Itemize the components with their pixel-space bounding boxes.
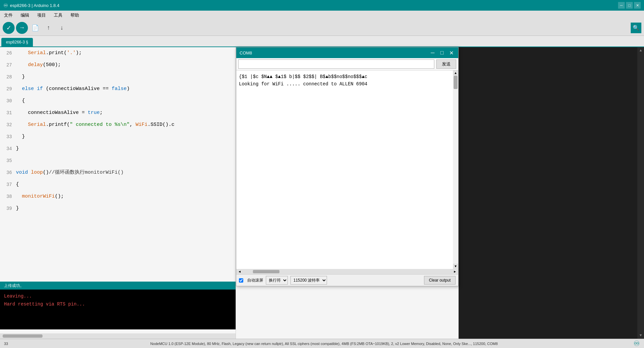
code-line-26: 26 Serial.print('.');	[0, 47, 236, 59]
close-button[interactable]: ✕	[634, 2, 641, 9]
serial-vscrollbar[interactable]: ▲ ▼	[453, 70, 458, 269]
verify-button[interactable]: ✓	[3, 22, 15, 34]
tab-esp8266[interactable]: esp8266-3 §	[1, 38, 33, 46]
code-line-37: 37 {	[0, 179, 236, 191]
autoscroll-label: 自动滚屏	[247, 278, 263, 283]
line-col-indicator: 33	[4, 342, 8, 346]
open-button[interactable]: ↑	[43, 22, 54, 34]
serial-titlebar-controls: ─ □ ✕	[429, 49, 455, 56]
title-bar: ♾ esp8266-3 | Arduino 1.8.4 ─ □ ✕	[0, 0, 644, 11]
serial-output-line-2: Looking for WiFi ..... connected to ALLE…	[239, 80, 450, 88]
serial-monitor-window: COM8 ─ □ ✕ 发送 {$1 |$c $N▲▲ $▲1$ b|$$ $2$…	[236, 47, 459, 286]
main-vscroll-up-arrow[interactable]: ▲	[637, 47, 644, 54]
code-hscrollbar[interactable]	[0, 333, 236, 339]
serial-hscroll-track	[243, 270, 452, 273]
board-info: NodeMCU 1.0 (ESP-12E Module), 80 MHz, Fl…	[15, 342, 633, 346]
serial-output: {$1 |$c $N▲▲ $▲1$ b|$$ $2$$| B$▲b$$no$$n…	[236, 70, 453, 269]
serial-hscroll-thumb[interactable]	[253, 270, 279, 273]
serial-title: COM8	[240, 50, 252, 55]
serial-input-bar: 发送	[236, 58, 458, 70]
code-line-33: 33 }	[0, 131, 236, 143]
menu-project[interactable]: 项目	[36, 12, 47, 19]
code-editor: 26 Serial.print('.'); 27 delay(500); 28 …	[0, 47, 236, 339]
hscroll-thumb[interactable]	[3, 334, 43, 338]
baud-select[interactable]: 115200 波特率	[290, 276, 327, 285]
code-line-28: 28 }	[0, 71, 236, 83]
app-title: esp8266-3 | Arduino 1.8.4	[10, 3, 59, 8]
toolbar: ✓ → 📄 ↑ ↓ 🔍	[0, 20, 644, 36]
console-line-2: Hard resetting via RTS pin...	[4, 300, 232, 308]
serial-hscroll-left[interactable]: ◀	[236, 269, 243, 274]
code-line-31: 31 connectioWasAlive = true;	[0, 107, 236, 119]
serial-body: {$1 |$c $N▲▲ $▲1$ b|$$ $2$$| B$▲b$$no$$n…	[236, 70, 458, 269]
maximize-button[interactable]: □	[626, 2, 633, 9]
status-bar: 33 NodeMCU 1.0 (ESP-12E Module), 80 MHz,…	[0, 339, 644, 348]
menu-tools[interactable]: 工具	[53, 12, 64, 19]
menu-edit[interactable]: 编辑	[19, 12, 31, 19]
serial-bottom-bar: 自动滚屏 换行符 115200 波特率 Clear output	[236, 274, 458, 286]
serial-hscroll-right[interactable]: ▶	[452, 269, 458, 274]
app-icon: ♾	[3, 2, 8, 9]
title-bar-controls: ─ □ ✕	[618, 2, 641, 9]
menu-file[interactable]: 文件	[3, 12, 14, 19]
clear-output-button[interactable]: Clear output	[424, 276, 456, 285]
minimize-button[interactable]: ─	[618, 2, 625, 9]
serial-output-line-1: {$1 |$c $N▲▲ $▲1$ b|$$ $2$$| B$▲b$$no$$n…	[239, 73, 450, 80]
upload-button[interactable]: →	[16, 22, 28, 34]
code-line-32: 32 Serial.printf(" connected to %s\n", W…	[0, 119, 236, 131]
console-line-1: Leaving...	[4, 292, 232, 300]
new-button[interactable]: 📄	[29, 22, 41, 34]
menu-help[interactable]: 帮助	[69, 12, 80, 19]
main-right-vscrollbar[interactable]: ▲ ▼	[637, 47, 644, 339]
main-vscroll-track	[637, 54, 644, 332]
serial-vscroll-down[interactable]: ▼	[453, 264, 458, 269]
code-line-36: 36 void loop()//循环函数执行monitorWiFi()	[0, 167, 236, 179]
code-line-34: 34 }	[0, 143, 236, 155]
code-line-38: 38 monitorWiFi();	[0, 191, 236, 203]
toolbar-right: 🔍	[631, 23, 641, 33]
upload-status: 上传成功。	[0, 282, 236, 290]
search-button[interactable]: 🔍	[631, 23, 641, 33]
serial-hscrollbar[interactable]: ◀ ▶	[236, 269, 458, 274]
save-button[interactable]: ↓	[56, 22, 68, 34]
serial-input-field[interactable]	[238, 59, 434, 69]
code-line-39: 39 }	[0, 203, 236, 215]
code-line-29: 29 else if (connectioWasAlive == false)	[0, 83, 236, 95]
autoscroll-checkbox[interactable]	[239, 278, 243, 283]
code-content: 26 Serial.print('.'); 27 delay(500); 28 …	[0, 47, 236, 215]
code-line-35: 35	[0, 155, 236, 167]
right-panel: ▲ ▼	[459, 47, 644, 339]
console-output: Leaving... Hard resetting via RTS pin...	[0, 290, 236, 329]
serial-titlebar: COM8 ─ □ ✕	[236, 47, 458, 58]
code-line-30: 30 {	[0, 95, 236, 107]
arduino-logo: ♾	[633, 339, 640, 348]
serial-send-button[interactable]: 发送	[436, 59, 456, 69]
serial-vscroll-up[interactable]: ▲	[453, 70, 458, 76]
serial-minimize-button[interactable]: ─	[429, 49, 436, 56]
tab-bar: esp8266-3 §	[0, 36, 644, 47]
code-line-27: 27 delay(500);	[0, 59, 236, 71]
main-vscroll-down-arrow[interactable]: ▼	[637, 332, 644, 339]
serial-maximize-button[interactable]: □	[438, 49, 446, 56]
main-area: 26 Serial.print('.'); 27 delay(500); 28 …	[0, 47, 644, 339]
serial-close-button[interactable]: ✕	[448, 49, 455, 56]
serial-vscroll-thumb[interactable]	[454, 76, 458, 89]
title-bar-left: ♾ esp8266-3 | Arduino 1.8.4	[3, 2, 59, 9]
serial-vscroll-track	[453, 76, 458, 264]
menu-bar: 文件 编辑 项目 工具 帮助	[0, 11, 644, 20]
linefeed-select[interactable]: 换行符	[266, 276, 288, 285]
